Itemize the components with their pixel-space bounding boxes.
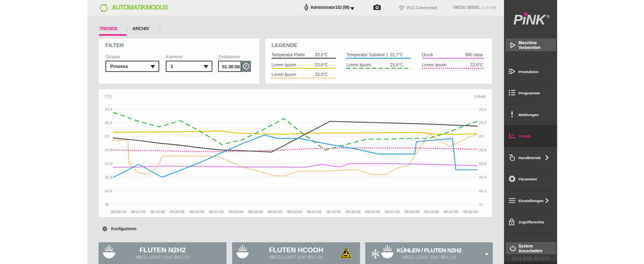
svg-text:08:22:05: 08:22:05 — [189, 209, 204, 214]
svg-text:23: 23 — [105, 134, 109, 138]
svg-text:22: 22 — [479, 202, 484, 207]
svg-text:22,6: 22,6 — [105, 161, 113, 166]
svg-text:23,2: 23,2 — [479, 120, 487, 125]
svg-text:08:22:05: 08:22:05 — [463, 209, 478, 214]
svg-text:22,4: 22,4 — [105, 175, 113, 179]
svg-text:[°C]: [°C] — [105, 94, 111, 98]
svg-text:22,6: 22,6 — [479, 161, 487, 166]
svg-text:22,8: 22,8 — [105, 147, 113, 152]
svg-text:08:22:05: 08:22:05 — [346, 209, 361, 214]
svg-text:08:22:05: 08:22:05 — [326, 209, 341, 214]
svg-text:08:22:05: 08:22:05 — [267, 209, 282, 214]
svg-text:08:22:05: 08:22:05 — [287, 209, 302, 214]
svg-text:08:22:05: 08:22:05 — [150, 209, 165, 214]
svg-text:08:22:05: 08:22:05 — [248, 209, 263, 214]
svg-text:22: 22 — [105, 202, 109, 207]
svg-text:23,4: 23,4 — [479, 107, 487, 111]
svg-text:23,2: 23,2 — [105, 120, 113, 125]
svg-text:[mbar]: [mbar] — [475, 94, 486, 98]
svg-text:08:22:05: 08:22:05 — [170, 209, 185, 214]
svg-text:08:22:05: 08:22:05 — [404, 209, 419, 214]
svg-text:22,8: 22,8 — [479, 147, 487, 152]
svg-text:08:22:05: 08:22:05 — [209, 209, 224, 214]
svg-text:23: 23 — [479, 134, 484, 138]
svg-text:08:22:05: 08:22:05 — [424, 209, 439, 214]
svg-text:08:22:05: 08:22:05 — [385, 209, 400, 214]
svg-text:08:22:05: 08:22:05 — [444, 209, 459, 214]
svg-text:08:22:05: 08:22:05 — [228, 209, 243, 214]
svg-text:08:22:05: 08:22:05 — [131, 209, 146, 214]
svg-text:08:22:05: 08:22:05 — [307, 209, 321, 214]
svg-text:22,4: 22,4 — [479, 175, 487, 179]
svg-text:22,2: 22,2 — [479, 188, 487, 193]
svg-text:23,4: 23,4 — [105, 107, 113, 111]
svg-text:08:22:05: 08:22:05 — [111, 209, 126, 214]
svg-text:22,2: 22,2 — [105, 188, 113, 193]
svg-text:08:22:05: 08:22:05 — [365, 209, 380, 214]
